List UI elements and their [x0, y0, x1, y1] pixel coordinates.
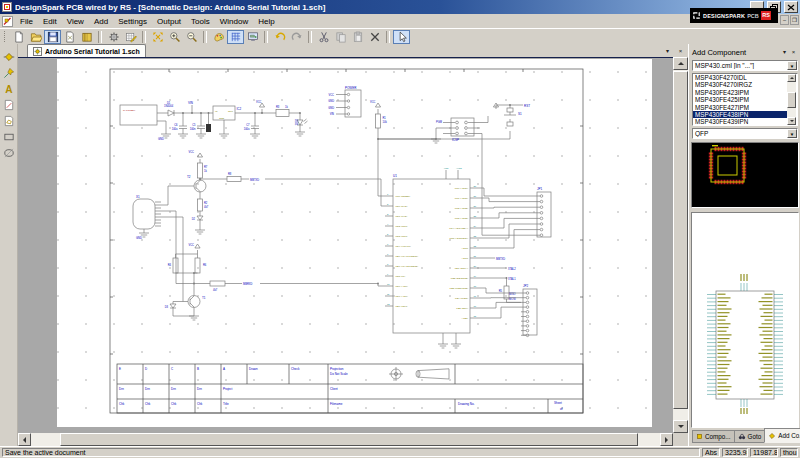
canvas-area[interactable]: RAPC722X D1 1N4004 VIN C6 100u C5 100n I… [18, 57, 673, 433]
document-close-button[interactable]: × [675, 46, 686, 56]
chevron-down-icon[interactable]: ▼ [787, 61, 797, 70]
select-pointer-button[interactable] [393, 30, 410, 44]
schematic-toolbar: A [0, 44, 18, 446]
component-list-item[interactable]: MSP430FE423IPM [693, 89, 790, 96]
scroll-up-button[interactable] [673, 57, 688, 70]
paste-button[interactable] [349, 30, 366, 44]
copy-button[interactable] [332, 30, 349, 44]
svg-text:PD5 (T1): PD5 (T1) [396, 275, 406, 278]
child-minimize-button[interactable]: – [780, 15, 789, 25]
svg-text:R1: R1 [383, 116, 387, 120]
horizontal-scrollbar[interactable] [18, 433, 673, 446]
design-browser-button[interactable] [244, 30, 261, 44]
package-combo[interactable]: QFP ▼ [692, 128, 798, 139]
svg-text:10k: 10k [383, 120, 388, 124]
tab-arduino-serial-tutorial[interactable]: Arduino Serial Tutorial 1.sch [27, 44, 146, 57]
vertical-scrollbar[interactable] [673, 57, 688, 433]
redo-button[interactable] [288, 30, 305, 44]
menu-help[interactable]: Help [253, 16, 279, 27]
menu-add[interactable]: Add [89, 16, 113, 27]
chevron-down-icon[interactable]: ▼ [787, 129, 797, 138]
menu-tools[interactable]: Tools [186, 16, 215, 27]
add-shape-polygon-tool[interactable] [1, 113, 16, 128]
zoom-fit-button[interactable] [149, 30, 166, 44]
app-icon[interactable] [2, 2, 12, 12]
list-scroll-down-button[interactable] [787, 117, 796, 125]
svg-text:LED1: LED1 [294, 119, 298, 126]
add-ellipse-tool[interactable] [1, 145, 16, 160]
add-shape-line-tool[interactable] [1, 97, 16, 112]
menu-settings[interactable]: Settings [113, 16, 152, 27]
svg-text:ICSP: ICSP [452, 138, 459, 142]
zoom-in-button[interactable] [166, 30, 183, 44]
toolbar-grip[interactable] [4, 31, 8, 42]
symbol-preview [691, 212, 799, 428]
component-list-item[interactable]: MSP430FE425IPM [693, 96, 790, 103]
child-restore-button[interactable]: ❐ [790, 15, 799, 25]
library-combo[interactable]: MSP430.cml [in "..."] ▼ [692, 60, 798, 71]
libraries-button[interactable] [78, 30, 95, 44]
vertical-scroll-thumb[interactable] [673, 71, 688, 409]
undo-button[interactable] [271, 30, 288, 44]
component-list-item[interactable]: MSP430FE438IPN [693, 111, 790, 118]
scroll-left-button[interactable] [18, 433, 31, 446]
svg-text:VIN: VIN [188, 101, 193, 105]
menu-output[interactable]: Output [152, 16, 186, 27]
tab-components[interactable]: Compo... [692, 430, 734, 443]
svg-text:PC3 (ADC3): PC3 (ADC3) [455, 217, 468, 220]
menu-bar: File Edit View Add Settings Output Tools… [0, 14, 800, 28]
svg-text:T1: T1 [202, 296, 206, 300]
svg-text:Chk: Chk [145, 402, 151, 406]
svg-text:PD2 (INT0): PD2 (INT0) [396, 225, 408, 228]
tab-add-component[interactable]: Add Co... [764, 428, 800, 443]
component-list-item[interactable]: MSP430F4270IDL [693, 74, 790, 81]
tab-label: Arduino Serial Tutorial 1.sch [45, 48, 140, 55]
component-list-item[interactable]: MSP430F4270IRGZ [693, 81, 790, 88]
add-connection-tool[interactable] [1, 65, 16, 80]
add-text-tool[interactable]: A [1, 81, 16, 96]
design-technology-button[interactable] [122, 30, 139, 44]
document-system-icon[interactable] [2, 16, 13, 27]
cut-button[interactable] [315, 30, 332, 44]
delete-button[interactable] [366, 30, 383, 44]
panel-pin-icon[interactable]: ▾ [780, 48, 789, 57]
close-button[interactable] [784, 1, 798, 13]
scroll-down-button[interactable] [673, 420, 688, 433]
open-button[interactable] [27, 30, 44, 44]
menu-view[interactable]: View [62, 16, 89, 27]
colors-button[interactable] [210, 30, 227, 44]
tab-goto[interactable]: Goto [734, 430, 765, 443]
document-pin-button[interactable]: ▾ [662, 46, 673, 56]
svg-text:B: B [197, 367, 199, 371]
svg-text:Check: Check [291, 367, 300, 371]
horizontal-scroll-thumb[interactable] [60, 433, 638, 446]
menu-window[interactable]: Window [215, 16, 253, 27]
svg-text:PD1 (TXD): PD1 (TXD) [396, 215, 408, 218]
svg-text:MISO: MISO [509, 292, 516, 296]
close-design-button[interactable] [61, 30, 78, 44]
components-icon [696, 433, 703, 440]
svg-text:R5: R5 [499, 289, 503, 293]
svg-text:R7: R7 [204, 165, 208, 169]
component-list-item[interactable]: MSP430FE439IPN [693, 118, 790, 125]
svg-text:Project: Project [223, 387, 233, 391]
scroll-right-button[interactable] [660, 433, 673, 446]
component-list-item[interactable]: MSP430FE427IPM [693, 104, 790, 111]
grid-button[interactable] [227, 30, 244, 44]
menu-edit[interactable]: Edit [38, 16, 62, 27]
new-button[interactable] [10, 30, 27, 44]
save-button[interactable] [44, 30, 61, 44]
list-scroll-up-button[interactable] [787, 74, 796, 82]
add-rectangle-tool[interactable] [1, 129, 16, 144]
component-list-scrollbar[interactable] [787, 74, 796, 125]
schematic-canvas[interactable]: RAPC722X D1 1N4004 VIN C6 100u C5 100n I… [18, 58, 673, 433]
list-scroll-thumb[interactable] [787, 92, 796, 108]
zoom-out-button[interactable] [183, 30, 200, 44]
menu-file[interactable]: File [15, 16, 38, 27]
svg-text:PD3 (INT1): PD3 (INT1) [396, 235, 408, 238]
component-list[interactable]: MSP430F4270IDLMSP430F4270IRGZMSP430FE423… [692, 73, 798, 126]
add-component-tool[interactable] [1, 49, 16, 64]
add-component-panel: Add Component ▾ × MSP430.cml [in "..."] … [688, 44, 800, 446]
settings-button[interactable] [105, 30, 122, 44]
panel-close-icon[interactable]: × [789, 48, 798, 57]
